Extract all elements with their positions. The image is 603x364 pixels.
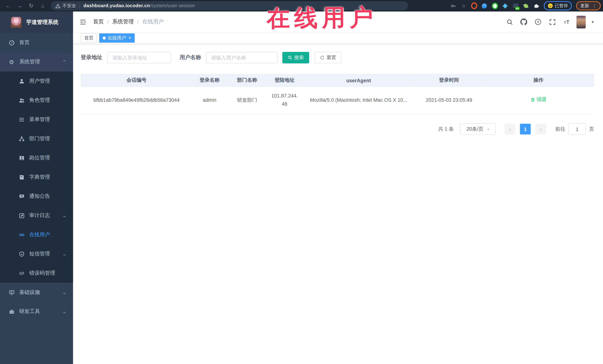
chevron-down-icon: ▾ (487, 127, 489, 131)
next-page-button[interactable]: › (535, 124, 546, 134)
sidebar-item-role-mgmt[interactable]: 角色管理 (0, 91, 73, 110)
sidebar-item-label: 部门管理 (29, 135, 50, 142)
svg-text:T: T (564, 21, 567, 24)
svg-text:T: T (567, 19, 570, 25)
fullscreen-icon[interactable] (548, 18, 557, 26)
extension-drop-icon[interactable] (481, 3, 487, 9)
extension-green-circle-icon[interactable] (492, 3, 498, 9)
page-size-select[interactable]: 20条/页 ▾ (460, 123, 496, 135)
sidebar-item-system[interactable]: ⚙ 系统管理 ⌃ (0, 52, 73, 72)
sidebar-item-error-code[interactable]: 错误码管理 (0, 264, 73, 283)
breadcrumb-separator: / (137, 19, 139, 25)
goto-page-input[interactable] (568, 123, 586, 135)
login-address-label: 登录地址 (81, 54, 102, 61)
browser-forward-icon[interactable]: → (14, 0, 25, 11)
sidebar-item-post-mgmt[interactable]: 岗位管理 (0, 148, 73, 167)
tab-label: 在线用户 (108, 35, 126, 41)
sidebar-item-menu-mgmt[interactable]: 菜单管理 (0, 110, 73, 129)
user-avatar[interactable] (577, 16, 586, 28)
col-login-ip: 登陆地址 (267, 74, 302, 87)
sidebar-item-home[interactable]: 首页 (0, 33, 73, 52)
extension-translate-icon[interactable]: en (512, 3, 519, 9)
extensions-puzzle-icon[interactable] (533, 3, 539, 9)
search-button[interactable]: 搜索 (282, 52, 309, 63)
reset-button[interactable]: 重置 (314, 52, 341, 63)
extension-ubuntu-icon[interactable] (471, 3, 477, 9)
browser-home-icon[interactable]: ⌂ (37, 0, 48, 11)
sidebar-item-dev-tools[interactable]: 研发工具 ⌄ (0, 302, 73, 321)
security-warning-label[interactable]: 不安全 (62, 2, 76, 9)
close-icon[interactable]: × (128, 36, 131, 40)
update-label: 更新 (580, 3, 589, 9)
cell-login-name: admin (192, 87, 227, 114)
sidebar-item-label: 错误码管理 (29, 270, 55, 276)
force-logout-button[interactable]: 强退 (530, 96, 546, 104)
browser-menu-icon[interactable]: ⋮ (592, 4, 596, 8)
col-login-name: 登录名称 (192, 74, 227, 87)
svg-text:?: ? (537, 20, 539, 24)
sidebar-item-label: 菜单管理 (29, 116, 50, 123)
sidebar-item-user-mgmt[interactable]: 用户管理 (0, 72, 73, 91)
chevron-down-icon: ⌄ (62, 290, 67, 295)
list-icon (18, 116, 24, 122)
pagination: 共 1 条 20条/页 ▾ ‹ 1 › 前往 页 (81, 123, 594, 135)
bookmark-star-icon[interactable]: ☆ (461, 3, 467, 9)
extension-diamond-icon[interactable] (502, 3, 508, 9)
sidebar-item-audit-log[interactable]: 审计日志 ⌄ (0, 206, 73, 225)
sidebar-item-infrastructure[interactable]: 基础设施 ⌄ (0, 283, 73, 302)
sidebar-collapse-icon[interactable] (79, 18, 87, 26)
caret-down-icon[interactable]: ▾ (592, 20, 594, 24)
users-icon (18, 97, 24, 103)
chevron-down-icon: ⌄ (62, 252, 67, 256)
logo-image (11, 17, 22, 28)
breadcrumb-home[interactable]: 首页 (93, 18, 104, 25)
sidebar-item-sms-mgmt[interactable]: 短信管理 ⌄ (0, 244, 73, 264)
username-label: 用户名称 (180, 54, 201, 61)
dashboard-icon (9, 39, 15, 46)
browser-reload-icon[interactable]: ↻ (25, 0, 37, 11)
browser-update-button[interactable]: 更新 ⋮ (576, 1, 601, 10)
monitor-icon (9, 289, 15, 295)
chevron-up-icon: ⌃ (62, 59, 67, 64)
tab-home[interactable]: 首页 (81, 33, 97, 43)
current-page[interactable]: 1 (520, 124, 531, 134)
username-input[interactable] (206, 52, 278, 63)
tab-online-users[interactable]: 在线用户 × (99, 33, 135, 43)
login-address-input[interactable] (107, 52, 171, 63)
key-icon[interactable] (450, 3, 456, 9)
sidebar-menu: 首页 ⚙ 系统管理 ⌃ 用户管理 角色管理 (0, 33, 73, 364)
page-content: 登录地址 用户名称 搜索 重置 (73, 44, 603, 143)
chevron-down-icon: ⌄ (62, 309, 67, 314)
help-icon[interactable]: ? (534, 18, 543, 26)
edit-log-icon (18, 212, 24, 219)
profile-paused-badge[interactable]: 已暂停 (544, 1, 572, 10)
toolbox-icon (9, 309, 15, 315)
browser-back-icon[interactable]: ← (2, 0, 14, 11)
col-user-agent: userAgent (302, 74, 415, 87)
reset-button-label: 重置 (326, 54, 336, 61)
sidebar-item-label: 通知公告 (29, 193, 50, 200)
github-icon[interactable] (520, 18, 528, 26)
prev-page-button[interactable]: ‹ (504, 124, 515, 134)
sidebar-item-notice[interactable]: 通知公告 (0, 187, 73, 206)
sidebar-item-dept-mgmt[interactable]: 部门管理 (0, 129, 73, 148)
app-title: 芋道管理系统 (26, 19, 58, 26)
navbar-actions: ? TT ▾ (505, 16, 597, 28)
table-header-row: 会话编号 登录名称 部门名称 登陆地址 userAgent 登录时间 操作 (81, 74, 594, 87)
search-icon[interactable] (505, 18, 514, 26)
extension-leaf-icon[interactable] (523, 3, 529, 9)
cell-session-id: bfbb1ab79ba849e49fb26ddb56a73044 (81, 87, 192, 114)
col-session-id: 会话编号 (81, 74, 192, 87)
code-icon (18, 270, 24, 276)
sidebar-item-online-users[interactable]: 在线用户 (0, 225, 73, 244)
sidebar-item-dict-mgmt[interactable]: 字典管理 (0, 167, 73, 187)
active-tab-dot (103, 36, 106, 40)
breadcrumb-system[interactable]: 系统管理 (112, 18, 134, 25)
font-size-icon[interactable]: TT (562, 18, 571, 26)
browser-actions: ☆ en 已暂停 更新 ⋮ (450, 1, 601, 10)
breadcrumb-current: 在线用户 (142, 18, 164, 25)
org-tree-icon (18, 136, 24, 142)
app-logo[interactable]: 芋道管理系统 (0, 11, 73, 33)
tags-view: 首页 在线用户 × (73, 32, 603, 44)
divider (80, 3, 80, 8)
